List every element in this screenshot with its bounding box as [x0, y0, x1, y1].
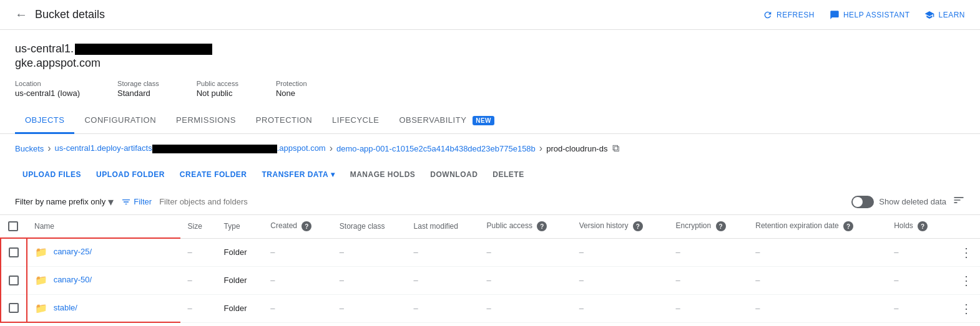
select-all-checkbox[interactable] [8, 221, 18, 231]
filter-right: Show deleted data [851, 194, 965, 209]
cell-retention-1: – [748, 266, 886, 294]
tab-configuration[interactable]: CONFIGURATION [74, 108, 166, 134]
tab-objects[interactable]: OBJECTS [15, 108, 74, 134]
folder-link-0[interactable]: canary-25/ [54, 247, 92, 256]
cell-last-modified-0: – [406, 238, 479, 266]
row-checkbox-1[interactable] [9, 276, 19, 285]
storage-class-value: Standard [117, 89, 159, 98]
public-access-label: Public access [197, 80, 238, 87]
show-deleted-label: Show deleted data [879, 197, 946, 206]
row-checkbox-2[interactable] [9, 303, 19, 313]
cell-public-access-1: – [479, 266, 572, 294]
upload-files-button[interactable]: UPLOAD FILES [15, 165, 89, 184]
cell-type-0: Folder [217, 238, 263, 266]
storage-class-meta: Storage class Standard [117, 80, 159, 98]
tab-lifecycle[interactable]: LIFECYCLE [322, 108, 389, 134]
retention-help-icon[interactable]: ? [843, 221, 853, 231]
cell-last-modified-1: – [406, 266, 479, 294]
breadcrumb-redacted [152, 145, 277, 153]
row-menu-button-0[interactable]: ⋮ [960, 245, 973, 260]
show-deleted-toggle: Show deleted data [851, 196, 946, 208]
created-help-icon[interactable]: ? [301, 221, 311, 231]
learn-button[interactable]: LEARN [924, 10, 965, 20]
col-size: Size [180, 215, 217, 238]
filter-bar: Filter by name prefix only ▾ Filter Show… [0, 189, 980, 215]
create-folder-button[interactable]: CREATE FOLDER [172, 165, 255, 184]
cell-created-0: – [263, 238, 332, 266]
top-header: ← Bucket details REFRESH HELP ASSISTANT … [0, 0, 980, 30]
cell-menu-2: ⋮ [946, 294, 980, 322]
cell-public-access-2: – [479, 294, 572, 322]
delete-button[interactable]: DELETE [485, 165, 531, 184]
cell-version-history-2: – [572, 294, 669, 322]
filter-dropdown-button[interactable]: Filter by name prefix only ▾ [15, 195, 114, 209]
cell-encryption-1: – [669, 266, 748, 294]
table-header: Name Size Type Created ? Storage class L… [1, 215, 980, 238]
back-button[interactable]: ← [15, 7, 27, 22]
cell-encryption-0: – [669, 238, 748, 266]
col-version-history: Version history ? [572, 215, 669, 238]
filter-label: Filter [134, 197, 152, 206]
cell-type-2: Folder [217, 294, 263, 322]
row-menu-button-2[interactable]: ⋮ [960, 301, 973, 316]
manage-holds-button[interactable]: MANAGE HOLDS [343, 165, 423, 184]
breadcrumb-buckets[interactable]: Buckets [15, 144, 44, 153]
download-button[interactable]: DOWNLOAD [423, 165, 485, 184]
folder-icon-2: 📁 [35, 303, 47, 314]
cell-size-1: – [180, 266, 217, 294]
filter-icon [121, 197, 131, 207]
header-right: REFRESH HELP ASSISTANT LEARN [763, 10, 965, 20]
filter-button[interactable]: Filter [121, 197, 152, 207]
page-title: Bucket details [35, 8, 105, 21]
bucket-domain: gke.appspot.com [15, 57, 965, 70]
filter-input[interactable] [159, 197, 346, 206]
cell-storage-class-0: – [332, 238, 406, 266]
upload-folder-button[interactable]: UPLOAD FOLDER [89, 165, 172, 184]
filter-left: Filter by name prefix only ▾ Filter [15, 195, 346, 209]
bucket-meta: Location us-central1 (Iowa) Storage clas… [15, 80, 965, 98]
col-name: Name [27, 215, 180, 238]
tab-observability[interactable]: OBSERVABILITY NEW [389, 108, 504, 134]
breadcrumb-middle[interactable]: demo-app-001-c1015e2c5a414b438ded23eb775… [336, 144, 536, 153]
breadcrumb-current: prod-cloudrun-ds [546, 144, 607, 153]
cell-type-1: Folder [217, 266, 263, 294]
cell-created-1: – [263, 266, 332, 294]
storage-class-label: Storage class [117, 80, 159, 87]
cell-size-2: – [180, 294, 217, 322]
copy-path-button[interactable]: ⧉ [612, 143, 619, 154]
col-created: Created ? [263, 215, 332, 238]
holds-help-icon[interactable]: ? [918, 221, 928, 231]
help-assistant-button[interactable]: HELP ASSISTANT [830, 10, 910, 20]
bucket-name-redacted [75, 44, 212, 55]
public-access-meta: Public access Not public [197, 80, 238, 98]
tabs: OBJECTS CONFIGURATION PERMISSIONS PROTEC… [0, 108, 980, 134]
breadcrumb-sep-2: › [330, 143, 333, 154]
col-public-access: Public access ? [479, 215, 572, 238]
breadcrumb-path[interactable]: us-central1.deploy-artifacts.appspot.com [55, 143, 326, 153]
protection-meta: Protection None [276, 80, 307, 98]
transfer-data-button[interactable]: TRANSFER DATA ▾ [254, 165, 342, 184]
columns-settings-button[interactable] [953, 194, 965, 209]
public-access-help-icon[interactable]: ? [537, 221, 547, 231]
tab-protection[interactable]: PROTECTION [246, 108, 322, 134]
learn-icon [924, 10, 934, 20]
cell-last-modified-2: – [406, 294, 479, 322]
col-type: Type [217, 215, 263, 238]
deleted-toggle-switch[interactable] [851, 196, 874, 208]
refresh-button[interactable]: REFRESH [763, 10, 815, 20]
public-access-value: Not public [197, 89, 238, 98]
refresh-icon [763, 10, 773, 20]
learn-label: LEARN [938, 11, 965, 19]
tab-permissions[interactable]: PERMISSIONS [166, 108, 246, 134]
folder-link-1[interactable]: canary-50/ [54, 275, 92, 284]
objects-table: Name Size Type Created ? Storage class L… [0, 215, 980, 323]
encryption-help-icon[interactable]: ? [716, 221, 726, 231]
refresh-label: REFRESH [777, 11, 815, 19]
folder-link-2[interactable]: stable/ [54, 303, 77, 312]
cell-size-0: – [180, 238, 217, 266]
version-help-icon[interactable]: ? [633, 221, 643, 231]
columns-icon [953, 194, 965, 206]
row-checkbox-0[interactable] [9, 247, 19, 257]
row-menu-button-1[interactable]: ⋮ [960, 273, 973, 288]
cell-menu-1: ⋮ [946, 266, 980, 294]
